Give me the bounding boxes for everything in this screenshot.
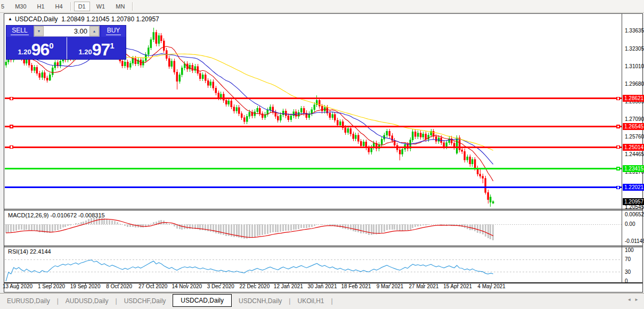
price-axis-tick: 1.25760 xyxy=(625,134,644,140)
volume-decrease-button[interactable]: ▼ xyxy=(34,26,44,36)
buy-price-button[interactable]: 1.20 97 1 xyxy=(67,37,126,59)
tab-usdchf-daily[interactable]: USDCHF,Daily xyxy=(117,295,173,307)
toolbar-separator xyxy=(70,2,71,11)
rsi-indicator-label: RSI(14) 22.4144 xyxy=(8,248,51,255)
date-axis-label: 27 Oct 2020 xyxy=(138,283,167,289)
current-price-label: 1.20957 xyxy=(623,198,644,205)
timeframe-button-5[interactable]: 5 xyxy=(0,2,9,11)
tab-usdcad-daily[interactable]: USDCAD,Daily xyxy=(173,294,232,307)
chart-ohlc-values: 1.20849 1.21045 1.20780 1.20957 xyxy=(61,15,159,23)
price-axis-tick: 1.33635 xyxy=(625,28,644,34)
tab-ukoil-h1[interactable]: UKOil,H1 xyxy=(290,295,331,307)
chart-tab-bar: EURUSD,Daily|AUDUSD,Daily|USDCHF,DailyUS… xyxy=(0,293,644,308)
rsi-axis-tick: 0 xyxy=(625,278,628,284)
buy-button-label: BUY xyxy=(106,27,121,35)
date-axis-label: 8 Oct 2020 xyxy=(106,283,132,289)
chart-window: ▲USDCAD,Daily 1.20849 1.21045 1.20780 1.… xyxy=(4,13,643,292)
timeframe-button-w1[interactable]: W1 xyxy=(92,2,110,11)
buy-price-big: 97 xyxy=(92,42,110,58)
date-axis-label: 3 Dec 2020 xyxy=(207,283,234,289)
macd-axis-tick: 0.00 xyxy=(625,221,635,227)
date-axis-label: 14 Nov 2020 xyxy=(172,283,202,289)
price-axis-tick: 1.29680 xyxy=(625,81,644,87)
hline-price-label: 1.25014 xyxy=(623,144,644,151)
price-axis-tick: 1.24465 xyxy=(625,151,644,157)
hline-price-label: 1.23415 xyxy=(623,165,644,172)
rsi-axis-tick: 100 xyxy=(625,247,634,253)
date-axis-label: 4 May 2021 xyxy=(478,283,506,289)
macd-indicator-label: MACD(12,26,9) -0.010672 -0.008315 xyxy=(8,212,105,218)
volume-spinner: ▼ ▲ xyxy=(34,26,100,37)
tab-scroll-arrows[interactable]: ◄► xyxy=(627,297,642,302)
tab-audusd-daily[interactable]: AUDUSD,Daily xyxy=(59,295,116,307)
date-axis-label: 13 Aug 2020 xyxy=(3,283,32,289)
toolbar-separator xyxy=(132,2,133,11)
date-axis-label: 1 Sep 2020 xyxy=(38,283,65,289)
macd-axis-tick: 0.006521 xyxy=(625,212,644,217)
price-axis-tick: 1.32305 xyxy=(625,46,644,52)
date-axis-label: 12 Jan 2021 xyxy=(274,283,303,289)
buy-button[interactable]: BUY xyxy=(101,26,126,37)
timeframe-button-m30[interactable]: M30 xyxy=(11,2,30,11)
timeframe-button-d1[interactable]: D1 xyxy=(74,2,90,11)
sell-price-big: 96 xyxy=(31,42,50,58)
collapse-triangle-icon[interactable]: ▲ xyxy=(8,17,12,21)
tab-usdcnh-daily[interactable]: USDCNH,Daily xyxy=(232,295,289,307)
one-click-trading-panel: SELL ▼ ▲ BUY 1.20 96 0 1.20 97 1 xyxy=(6,25,126,60)
date-axis-label: 18 Feb 2021 xyxy=(341,283,371,289)
buy-price-pip: 1 xyxy=(110,41,114,50)
rsi-axis-tick: 30 xyxy=(625,269,631,275)
tab-eurusd-daily[interactable]: EURUSD,Daily xyxy=(0,295,57,307)
date-axis-label: 30 Jan 2021 xyxy=(307,283,337,289)
sell-price-button[interactable]: 1.20 96 0 xyxy=(6,37,65,59)
timeframe-toolbar: 5M30H1H4D1W1MN xyxy=(0,0,644,13)
sell-button[interactable]: SELL xyxy=(6,26,33,37)
date-axis-label: 15 Apr 2021 xyxy=(443,283,472,289)
volume-increase-button[interactable]: ▲ xyxy=(89,26,99,36)
timeframe-button-h1[interactable]: H1 xyxy=(33,2,49,11)
volume-input[interactable] xyxy=(44,26,89,36)
sell-button-label: SELL xyxy=(11,27,28,35)
date-axis-label: 9 Mar 2021 xyxy=(377,283,404,289)
date-axis-label: 19 Sep 2020 xyxy=(70,283,101,289)
date-axis-label: 22 Dec 2020 xyxy=(239,283,270,289)
timeframe-button-mn[interactable]: MN xyxy=(111,2,129,11)
sell-price-pip: 0 xyxy=(49,41,53,50)
tab-scroll-left-icon[interactable]: ◄ xyxy=(627,297,634,302)
price-axis-tick: 1.31010 xyxy=(625,63,644,69)
chart-header: ▲USDCAD,Daily 1.20849 1.21045 1.20780 1.… xyxy=(8,15,159,23)
hline-price-label: 1.22021 xyxy=(623,184,644,191)
chart-symbol-label: USDCAD,Daily xyxy=(15,15,58,23)
hline-price-label: 1.28621 xyxy=(623,95,644,102)
timeframe-button-h4[interactable]: H4 xyxy=(51,2,67,11)
tab-separator: | xyxy=(331,297,332,305)
hline-price-label: 1.26545 xyxy=(623,123,644,130)
date-axis-label: 27 Mar 2021 xyxy=(409,283,439,289)
sell-price-prefix: 1.20 xyxy=(18,48,31,56)
tab-scroll-right-icon[interactable]: ► xyxy=(634,297,642,302)
macd-axis-tick: -0.01149 xyxy=(625,238,644,244)
price-axis-tick: 1.27090 xyxy=(625,116,644,122)
rsi-axis-tick: 70 xyxy=(625,256,631,262)
buy-price-prefix: 1.20 xyxy=(78,48,92,56)
